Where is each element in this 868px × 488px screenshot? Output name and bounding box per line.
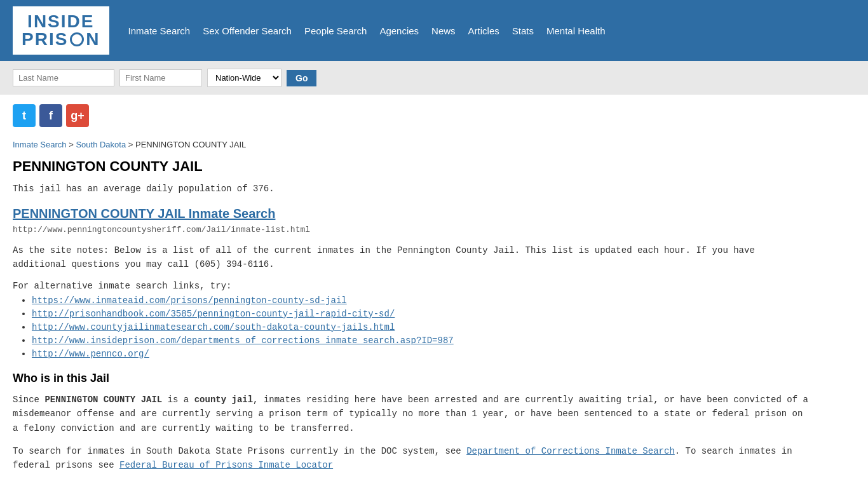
nav-articles[interactable]: Articles — [468, 25, 499, 36]
bottom-text-1: To search for inmates in South Dakota St… — [13, 446, 466, 456]
first-name-input[interactable] — [119, 69, 202, 86]
main-content: Inmate Search > South Dakota > PENNINGTO… — [0, 133, 826, 488]
alt-link-5[interactable]: http://www.pennco.org/ — [32, 349, 149, 359]
nav-mental-health[interactable]: Mental Health — [546, 25, 606, 36]
list-item: http://prisonhandbook.com/3585/penningto… — [32, 308, 813, 319]
breadcrumb-current: PENNINGTON COUNTY JAIL — [135, 140, 246, 149]
alt-link-2[interactable]: http://prisonhandbook.com/3585/penningto… — [32, 309, 395, 319]
who-heading: Who is in this Jail — [13, 372, 813, 385]
who-text: Since PENNINGTON COUNTY JAIL is a county… — [13, 393, 813, 435]
list-item: http://www.insideprison.com/departments_… — [32, 335, 813, 346]
inmate-search-heading: PENNINGTON COUNTY JAIL Inmate Search — [13, 207, 813, 221]
alt-links-list: https://www.inmateaid.com/prisons/pennin… — [32, 295, 813, 359]
alt-links-intro: For alternative inmate search links, try… — [13, 281, 813, 291]
nav-news[interactable]: News — [431, 25, 456, 36]
facebook-button[interactable]: f — [39, 104, 62, 127]
header: INSIDE PRISN Inmate Search Sex Offender … — [0, 0, 868, 61]
last-name-input[interactable] — [13, 69, 114, 86]
breadcrumb-separator-1: > — [69, 140, 76, 149]
alt-link-1[interactable]: https://www.inmateaid.com/prisons/pennin… — [32, 295, 347, 306]
logo[interactable]: INSIDE PRISN — [13, 6, 109, 55]
list-item: https://www.inmateaid.com/prisons/pennin… — [32, 295, 813, 306]
twitter-button[interactable]: t — [13, 104, 36, 127]
nav-stats[interactable]: Stats — [512, 25, 534, 36]
federal-inmate-locator-link[interactable]: Federal Bureau of Prisons Inmate Locator — [119, 460, 333, 470]
breadcrumb-separator-2: > — [128, 140, 135, 149]
nav-agencies[interactable]: Agencies — [379, 25, 419, 36]
page-title: PENNINGTON COUNTY JAIL — [13, 158, 813, 175]
breadcrumb-inmate-search[interactable]: Inmate Search — [13, 140, 67, 149]
intro-text: This jail has an average daily populatio… — [13, 184, 813, 194]
list-item: http://www.countyjailinmatesearch.com/so… — [32, 322, 813, 332]
nav-sex-offender-search[interactable]: Sex Offender Search — [203, 25, 292, 36]
breadcrumb: Inmate Search > South Dakota > PENNINGTO… — [13, 140, 813, 149]
breadcrumb-south-dakota[interactable]: South Dakota — [76, 140, 126, 149]
alt-link-4[interactable]: http://www.insideprison.com/departments_… — [32, 336, 454, 346]
inmate-search-url: http://www.penningtoncountysheriff.com/J… — [13, 225, 813, 234]
bottom-text: To search for inmates in South Dakota St… — [13, 444, 813, 473]
alt-link-3[interactable]: http://www.countyjailinmatesearch.com/so… — [32, 322, 395, 332]
list-item: http://www.pennco.org/ — [32, 348, 813, 359]
logo-prison-text: PRISN — [22, 30, 100, 48]
inmate-search-desc: As the site notes: Below is a list of al… — [13, 243, 813, 272]
logo-inside-text: INSIDE — [22, 13, 100, 30]
doc-inmate-search-link[interactable]: Department of Corrections Inmate Search — [466, 446, 675, 456]
google-plus-button[interactable]: g+ — [66, 104, 89, 127]
social-icons: t f g+ — [0, 95, 868, 133]
search-bar: Nation-Wide Alabama Alaska South Dakota … — [0, 61, 868, 95]
inmate-search-link[interactable]: PENNINGTON COUNTY JAIL Inmate Search — [13, 207, 275, 220]
go-button[interactable]: Go — [287, 70, 316, 86]
location-dropdown[interactable]: Nation-Wide Alabama Alaska South Dakota — [207, 69, 281, 87]
main-nav: Inmate Search Sex Offender Search People… — [128, 25, 606, 36]
nav-inmate-search[interactable]: Inmate Search — [128, 25, 191, 36]
nav-people-search[interactable]: People Search — [304, 25, 367, 36]
